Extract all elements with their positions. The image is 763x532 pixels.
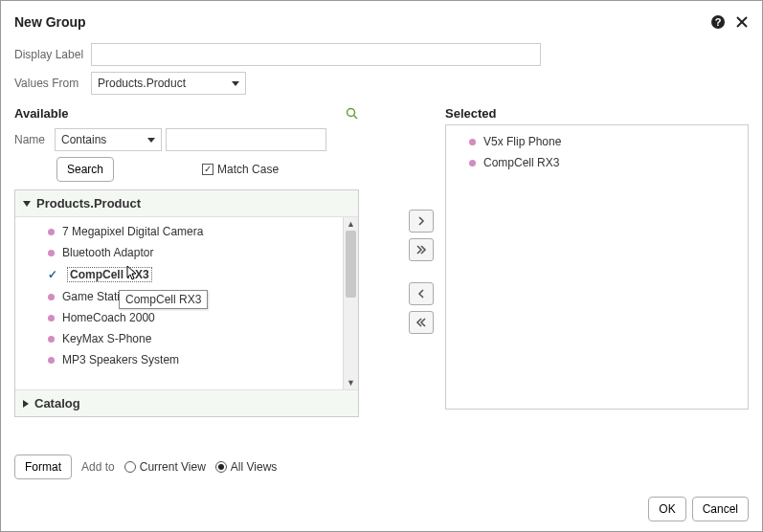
scroll-down-icon[interactable]: ▼ xyxy=(344,376,358,389)
expand-right-icon xyxy=(23,400,29,408)
available-title: Available xyxy=(14,102,69,124)
scroll-up-icon[interactable]: ▲ xyxy=(344,217,358,231)
display-label-label: Display Label xyxy=(14,48,91,61)
caret-down-icon xyxy=(232,81,239,86)
format-button[interactable]: Format xyxy=(14,454,72,479)
scroll-thumb[interactable] xyxy=(346,231,356,298)
match-case-checkbox[interactable]: ✓ xyxy=(202,164,213,175)
tree-item[interactable]: MP3 Speakers System xyxy=(15,349,343,370)
magnifier-icon[interactable] xyxy=(346,107,359,121)
move-all-left-button[interactable] xyxy=(409,311,434,334)
tree-group-header-products[interactable]: Products.Product xyxy=(15,190,358,217)
new-group-dialog: New Group ? Display Label Values From Pr… xyxy=(0,0,763,532)
svg-line-5 xyxy=(354,115,358,119)
list-item[interactable]: CompCell RX3 xyxy=(446,152,748,173)
ok-button[interactable]: OK xyxy=(648,497,685,521)
move-right-button[interactable] xyxy=(409,210,434,233)
move-left-button[interactable] xyxy=(409,282,434,305)
tree-group-header-catalog[interactable]: Catalog xyxy=(15,389,358,416)
tree-item[interactable]: KeyMax S-Phone xyxy=(15,328,343,349)
bullet-icon xyxy=(48,315,55,321)
scrollbar[interactable]: ▲ ▼ xyxy=(343,217,358,389)
catalog-title: Catalog xyxy=(34,396,80,410)
item-label: V5x Flip Phone xyxy=(483,135,561,148)
item-label: 7 Megapixel Digital Camera xyxy=(62,225,203,238)
all-views-radio[interactable] xyxy=(215,461,227,473)
list-item[interactable]: V5x Flip Phone xyxy=(446,131,748,152)
name-label: Name xyxy=(14,133,51,146)
search-button[interactable]: Search xyxy=(56,157,114,182)
filter-value-input[interactable] xyxy=(166,128,326,151)
item-label: CompCell RX3 xyxy=(67,267,152,282)
item-label: HomeCoach 2000 xyxy=(62,311,155,324)
svg-text:?: ? xyxy=(715,16,722,28)
selected-list: V5x Flip Phone CompCell RX3 xyxy=(445,124,749,410)
caret-down-icon xyxy=(147,138,155,143)
expand-down-icon xyxy=(23,201,31,207)
move-all-right-button[interactable] xyxy=(409,238,434,261)
tree-item[interactable]: Bluetooth Adaptor xyxy=(15,242,343,263)
item-label: KeyMax S-Phone xyxy=(62,332,151,345)
bullet-icon xyxy=(48,336,55,343)
bullet-icon xyxy=(469,160,476,166)
values-from-select[interactable]: Products.Product xyxy=(91,72,246,95)
item-label: MP3 Speakers System xyxy=(62,353,179,366)
dialog-header: New Group ? xyxy=(14,11,749,37)
available-tree: Products.Product 7 Megapixel Digital Cam… xyxy=(14,189,359,417)
cancel-button[interactable]: Cancel xyxy=(692,497,749,521)
tree-item[interactable]: ✓ CompCell RX3 xyxy=(15,263,343,286)
match-case-label: Match Case xyxy=(217,163,279,176)
bullet-icon xyxy=(48,250,55,256)
display-label-input[interactable] xyxy=(91,43,541,66)
all-views-label: All Views xyxy=(231,460,277,474)
close-icon[interactable] xyxy=(735,15,749,29)
filter-mode-value: Contains xyxy=(61,133,106,146)
add-to-label: Add to xyxy=(81,460,115,474)
dialog-title: New Group xyxy=(14,14,86,30)
item-label: Bluetooth Adaptor xyxy=(62,246,153,259)
bullet-icon xyxy=(48,229,55,235)
current-view-radio[interactable] xyxy=(124,461,136,473)
bullet-icon xyxy=(48,294,55,300)
values-from-value: Products.Product xyxy=(98,77,186,90)
values-from-label: Values From xyxy=(14,77,91,90)
filter-mode-select[interactable]: Contains xyxy=(55,128,162,151)
tree-item[interactable]: HomeCoach 2000 xyxy=(15,307,343,328)
selected-title: Selected xyxy=(445,102,749,124)
help-icon[interactable]: ? xyxy=(710,14,726,30)
bullet-icon xyxy=(469,139,476,145)
tree-item[interactable]: 7 Megapixel Digital Camera xyxy=(15,221,343,242)
bullet-icon xyxy=(48,357,55,364)
check-icon: ✓ xyxy=(48,268,59,281)
svg-point-4 xyxy=(348,108,355,116)
current-view-label: Current View xyxy=(140,460,206,474)
tooltip: CompCell RX3 xyxy=(119,290,208,309)
item-label: CompCell RX3 xyxy=(483,156,559,169)
group-title: Products.Product xyxy=(36,196,141,211)
